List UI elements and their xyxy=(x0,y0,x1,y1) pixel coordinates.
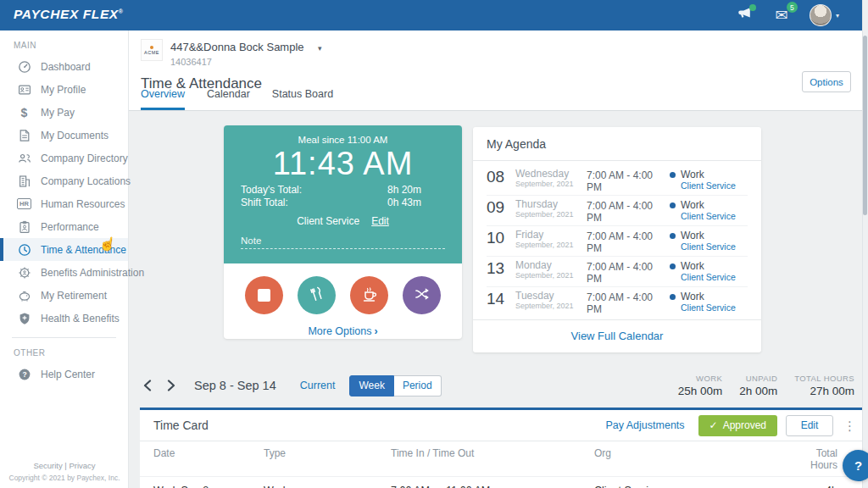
shuffle-icon xyxy=(413,285,431,307)
meal-status: Meal since 11:00 AM xyxy=(224,125,462,145)
sidebar-item-time-attendance[interactable]: Time & Attendance xyxy=(0,238,128,261)
agenda-type: Work xyxy=(681,199,704,211)
agenda-month: September, 2021 xyxy=(515,241,587,249)
announcements-button[interactable] xyxy=(735,6,754,25)
unpaid-total-label: UNPAID xyxy=(739,374,777,383)
document-icon xyxy=(17,128,31,142)
more-options-label: More Options xyxy=(308,325,371,337)
company-selector[interactable]: ACME 447&&Donna Bock Sample ▾ 14036417 xyxy=(141,39,322,67)
agenda-time: 7:00 AM - 4:00 PM xyxy=(587,259,670,285)
break-button[interactable] xyxy=(350,276,388,314)
week-toggle-button[interactable]: Week xyxy=(349,375,393,396)
kebab-menu-icon[interactable]: ⋮ xyxy=(843,419,856,432)
more-options-link[interactable]: More Options› xyxy=(224,325,462,337)
tab-calendar[interactable]: Calendar xyxy=(207,88,250,110)
company-caret-icon: ▾ xyxy=(318,44,322,53)
company-logo-dot xyxy=(150,46,153,49)
sidebar-item-help-center[interactable]: ? Help Center xyxy=(0,363,128,385)
agenda-time: 7:00 AM - 4:00 PM xyxy=(587,168,670,193)
clock-panel: Meal since 11:00 AM 11:43 AM Today's Tot… xyxy=(224,125,462,263)
sidebar: MAIN Dashboard My Profile $ My Pay My Do… xyxy=(0,30,129,488)
scrollbar-track[interactable] xyxy=(862,0,868,488)
options-button[interactable]: Options xyxy=(802,71,851,92)
sidebar-item-my-documents[interactable]: My Documents xyxy=(0,124,128,147)
dashboard-icon xyxy=(17,59,31,74)
agenda-org-link[interactable]: Client Service xyxy=(681,180,748,191)
work-total-label: WORK xyxy=(678,374,723,383)
row-date: Wed, Sep 8 xyxy=(153,485,264,488)
sidebar-item-label: Health & Benefits xyxy=(41,313,120,324)
unpaid-total-value: 2h 00m xyxy=(739,385,777,397)
previous-week-button[interactable] xyxy=(140,378,155,393)
company-id: 14036417 xyxy=(170,57,322,67)
stop-button[interactable] xyxy=(245,276,283,314)
sidebar-item-label: Performance xyxy=(41,221,99,233)
agenda-month: September, 2021 xyxy=(515,180,587,188)
unpaid-total: UNPAID 2h 00m xyxy=(739,374,777,397)
sidebar-item-benefits-administration[interactable]: Benefits Administration xyxy=(0,261,128,284)
meal-button[interactable] xyxy=(298,276,336,314)
avatar xyxy=(810,4,832,26)
tab-overview[interactable]: Overview xyxy=(141,88,185,110)
sidebar-divider xyxy=(12,337,116,338)
top-bar: PAYCHEX FLEX® ✉ 5 ▾ xyxy=(0,0,868,30)
agenda-org-link[interactable]: Client Service xyxy=(681,272,748,282)
view-full-calendar-link[interactable]: View Full Calendar xyxy=(473,319,761,352)
agenda-row: 13 MondaySeptember, 2021 7:00 AM - 4:00 … xyxy=(487,257,748,287)
sidebar-item-company-locations[interactable]: Company Locations xyxy=(0,169,128,192)
agenda-day: 13 xyxy=(487,259,515,285)
sidebar-item-health-benefits[interactable]: Health & Benefits xyxy=(0,307,128,330)
agenda-time: 7:00 AM - 4:00 PM xyxy=(587,229,670,254)
people-icon xyxy=(17,151,31,165)
total-hours: TOTAL HOURS 27h 00m xyxy=(794,374,854,397)
check-icon: ✓ xyxy=(709,419,718,431)
scrollbar-thumb[interactable] xyxy=(863,36,867,215)
sidebar-item-label: Help Center xyxy=(41,369,95,380)
next-week-button[interactable] xyxy=(164,378,179,393)
date-range: Sep 8 - Sep 14 xyxy=(194,379,276,392)
profile-menu-button[interactable]: ▾ xyxy=(810,4,839,26)
period-toggle-button[interactable]: Period xyxy=(394,375,442,396)
agenda-month: September, 2021 xyxy=(515,271,587,280)
envelope-icon: ✉ xyxy=(775,8,787,23)
sidebar-item-label: Benefits Administration xyxy=(41,267,144,279)
agenda-org-link[interactable]: Client Service xyxy=(681,211,748,221)
sidebar-item-label: My Documents xyxy=(41,130,108,141)
tab-status-board[interactable]: Status Board xyxy=(272,88,333,110)
chevron-right-icon: › xyxy=(374,325,377,337)
sidebar-item-my-pay[interactable]: $ My Pay xyxy=(0,101,128,124)
paychex-flex-logo: PAYCHEX FLEX® xyxy=(14,7,124,22)
approved-button[interactable]: ✓ Approved xyxy=(698,415,777,436)
work-dot-icon xyxy=(670,202,676,208)
sidebar-item-dashboard[interactable]: Dashboard xyxy=(0,55,128,78)
note-input[interactable]: Note xyxy=(241,236,445,249)
time-card-title: Time Card xyxy=(153,419,209,432)
utensils-icon xyxy=(309,286,326,306)
agenda-type: Work xyxy=(681,260,704,272)
help-button[interactable]: ? xyxy=(843,450,868,481)
current-link[interactable]: Current xyxy=(300,380,336,391)
messages-button[interactable]: ✉ 5 xyxy=(772,6,791,25)
total-hours-value: 27h 00m xyxy=(794,385,854,397)
edit-button[interactable]: Edit xyxy=(786,415,833,436)
clock-card: Meal since 11:00 AM 11:43 AM Today's Tot… xyxy=(224,125,462,339)
work-dot-icon xyxy=(670,263,676,269)
shift-total-value: 0h 43m xyxy=(387,197,421,209)
clock-edit-link[interactable]: Edit xyxy=(371,215,389,227)
sidebar-item-performance[interactable]: Performance xyxy=(0,215,128,238)
agenda-org-link[interactable]: Client Service xyxy=(681,241,748,252)
agenda-title: My Agenda xyxy=(473,127,761,161)
logo-text: PAYCHEX FLEX xyxy=(14,7,119,21)
transfer-button[interactable] xyxy=(403,276,441,314)
clock-actions xyxy=(224,263,462,314)
sidebar-item-human-resources[interactable]: HR Human Resources xyxy=(0,192,128,215)
agenda-org-link[interactable]: Client Service xyxy=(681,302,748,313)
sidebar-item-my-profile[interactable]: My Profile xyxy=(0,78,128,101)
work-total-value: 25h 00m xyxy=(678,385,723,397)
sidebar-item-my-retirement[interactable]: My Retirement xyxy=(0,284,128,307)
clock-org: Client Service xyxy=(297,215,359,227)
sidebar-item-company-directory[interactable]: Company Directory xyxy=(0,147,128,169)
time-card-row[interactable]: Wed, Sep 8 APPROVED Work 7:00 AM — 11:00… xyxy=(140,477,868,488)
pay-adjustments-link[interactable]: Pay Adjustments xyxy=(605,419,684,431)
security-privacy-links[interactable]: Security | Privacy xyxy=(0,461,129,470)
